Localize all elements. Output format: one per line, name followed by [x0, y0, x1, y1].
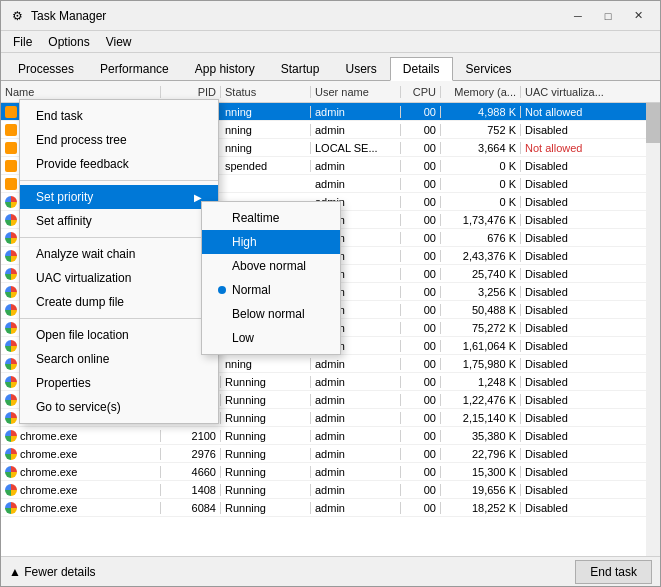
- col-header-name[interactable]: Name: [1, 86, 161, 98]
- tab-app-history[interactable]: App history: [182, 57, 268, 81]
- table-row[interactable]: chrome.exe 1408 Running admin 00 19,656 …: [1, 481, 660, 499]
- tab-details[interactable]: Details: [390, 57, 453, 81]
- row-status: Running: [221, 484, 311, 496]
- col-header-pid[interactable]: PID: [161, 86, 221, 98]
- row-cpu: 00: [401, 160, 441, 172]
- scrollbar-track[interactable]: [646, 103, 660, 556]
- row-icon: [5, 214, 17, 226]
- maximize-button[interactable]: □: [594, 6, 622, 26]
- row-username: LOCAL SE...: [311, 142, 401, 154]
- sub-below-normal[interactable]: Below normal: [202, 302, 340, 326]
- menu-view[interactable]: View: [98, 33, 140, 51]
- table-row[interactable]: chrome.exe 4660 Running admin 00 15,300 …: [1, 463, 660, 481]
- row-memory: 75,272 K: [441, 322, 521, 334]
- ctx-uac-virtualization[interactable]: UAC virtualization: [20, 266, 218, 290]
- row-icon: [5, 106, 17, 118]
- ctx-provide-feedback[interactable]: Provide feedback: [20, 152, 218, 176]
- ctx-create-dump-file[interactable]: Create dump file: [20, 290, 218, 314]
- row-username: admin: [311, 430, 401, 442]
- row-status: spended: [221, 160, 311, 172]
- minimize-button[interactable]: ─: [564, 6, 592, 26]
- sub-high-label: High: [232, 235, 257, 249]
- row-uac: Disabled: [521, 178, 621, 190]
- row-uac: Disabled: [521, 448, 621, 460]
- sub-low[interactable]: Low: [202, 326, 340, 350]
- col-header-username[interactable]: User name: [311, 86, 401, 98]
- end-task-button[interactable]: End task: [575, 560, 652, 584]
- row-cpu: 00: [401, 232, 441, 244]
- col-header-cpu[interactable]: CPU: [401, 86, 441, 98]
- row-uac: Not allowed: [521, 106, 621, 118]
- ctx-properties[interactable]: Properties: [20, 371, 218, 395]
- col-header-uac[interactable]: UAC virtualiza...: [521, 86, 621, 98]
- sub-high[interactable]: High: [202, 230, 340, 254]
- row-icon: [5, 268, 17, 280]
- sub-realtime[interactable]: Realtime: [202, 206, 340, 230]
- tab-users[interactable]: Users: [332, 57, 389, 81]
- row-status: nning: [221, 124, 311, 136]
- tab-performance[interactable]: Performance: [87, 57, 182, 81]
- context-menu: End task End process tree Provide feedba…: [19, 99, 219, 424]
- row-uac: Disabled: [521, 484, 621, 496]
- sub-normal[interactable]: Normal: [202, 278, 340, 302]
- ctx-set-priority[interactable]: Set priority ▶: [20, 185, 218, 209]
- row-uac: Disabled: [521, 430, 621, 442]
- row-icon: [5, 250, 17, 262]
- row-icon: [5, 340, 17, 352]
- row-cpu: 00: [401, 196, 441, 208]
- row-cpu: 00: [401, 502, 441, 514]
- window-title: Task Manager: [31, 9, 564, 23]
- row-cpu: 00: [401, 250, 441, 262]
- ctx-analyze-wait-chain[interactable]: Analyze wait chain: [20, 242, 218, 266]
- row-uac: Disabled: [521, 232, 621, 244]
- menu-file[interactable]: File: [5, 33, 40, 51]
- row-status: nning: [221, 142, 311, 154]
- row-status: nning: [221, 106, 311, 118]
- row-uac: Disabled: [521, 304, 621, 316]
- ctx-search-online[interactable]: Search online: [20, 347, 218, 371]
- ctx-end-task[interactable]: End task: [20, 104, 218, 128]
- row-pid: 2100: [161, 430, 221, 442]
- ctx-open-file-location[interactable]: Open file location: [20, 323, 218, 347]
- ctx-set-affinity[interactable]: Set affinity: [20, 209, 218, 233]
- radio-realtime: [218, 214, 226, 222]
- row-icon: [5, 322, 17, 334]
- title-bar: ⚙ Task Manager ─ □ ✕: [1, 1, 660, 31]
- window: ⚙ Task Manager ─ □ ✕ File Options View P…: [0, 0, 661, 587]
- tab-processes[interactable]: Processes: [5, 57, 87, 81]
- row-memory: 1,75,980 K: [441, 358, 521, 370]
- row-name: chrome.exe: [20, 502, 77, 514]
- app-icon: ⚙: [9, 8, 25, 24]
- table-row[interactable]: chrome.exe 2100 Running admin 00 35,380 …: [1, 427, 660, 445]
- row-icon: [5, 124, 17, 136]
- submenu-priority: Realtime High Above normal Normal Below …: [201, 201, 341, 355]
- row-name: chrome.exe: [20, 484, 77, 496]
- radio-low: [218, 334, 226, 342]
- row-status: Running: [221, 430, 311, 442]
- tab-startup[interactable]: Startup: [268, 57, 333, 81]
- ctx-end-process-tree[interactable]: End process tree: [20, 128, 218, 152]
- col-header-memory[interactable]: Memory (a...: [441, 86, 521, 98]
- row-memory: 18,252 K: [441, 502, 521, 514]
- row-pid: 1408: [161, 484, 221, 496]
- row-username: admin: [311, 376, 401, 388]
- close-button[interactable]: ✕: [624, 6, 652, 26]
- row-username: admin: [311, 448, 401, 460]
- tab-services[interactable]: Services: [453, 57, 525, 81]
- scrollbar-thumb[interactable]: [646, 103, 660, 143]
- sub-above-normal[interactable]: Above normal: [202, 254, 340, 278]
- fewer-details-button[interactable]: ▲ Fewer details: [9, 565, 96, 579]
- table-row[interactable]: chrome.exe 2976 Running admin 00 22,796 …: [1, 445, 660, 463]
- row-username: admin: [311, 466, 401, 478]
- row-memory: 1,73,476 K: [441, 214, 521, 226]
- row-cpu: 00: [401, 358, 441, 370]
- sub-realtime-label: Realtime: [232, 211, 279, 225]
- ctx-go-to-services[interactable]: Go to service(s): [20, 395, 218, 419]
- menu-options[interactable]: Options: [40, 33, 97, 51]
- row-cpu: 00: [401, 376, 441, 388]
- col-header-status[interactable]: Status: [221, 86, 311, 98]
- row-icon: [5, 286, 17, 298]
- row-username: admin: [311, 484, 401, 496]
- row-cpu: 00: [401, 142, 441, 154]
- table-row[interactable]: chrome.exe 6084 Running admin 00 18,252 …: [1, 499, 660, 517]
